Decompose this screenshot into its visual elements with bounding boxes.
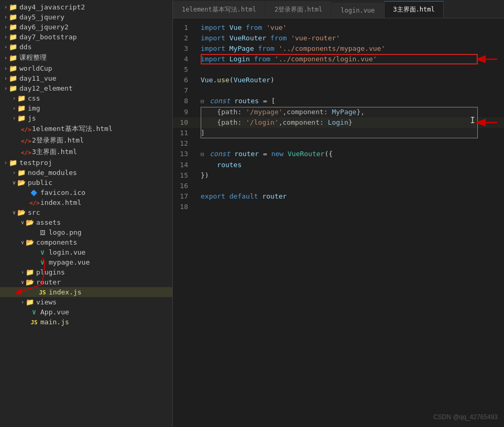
tree-item-worldCup[interactable]: ›📁worldCup [0,63,172,73]
fold-icon[interactable]: ⊟ [201,98,207,105]
code-line-10: 10 {path: '/login',component: Login} [173,117,504,128]
folder-icon: 📁 [25,298,35,306]
folder-icon: 📂 [25,278,35,286]
tree-item-label: day11_vue [19,74,56,82]
tree-item-day12[interactable]: ›📁day12_element [0,83,172,93]
file-icon: </> [21,125,30,133]
line-content: }) [196,170,504,181]
file-icon: 🔷 [29,189,39,196]
tree-item-day5[interactable]: ›📁day5_jquery [0,12,172,22]
tree-item-node_modules[interactable]: ›📁node_modules [0,168,172,178]
line-number: 10 [173,117,196,128]
line-number: 8 [173,96,196,107]
folder-icon: 📁 [8,33,18,41]
code-line-6: 6Vue.use(VueRouter) [173,75,504,85]
line-content [196,64,504,75]
tree-item-label: src [28,209,40,216]
tree-item-index_html[interactable]: </>index.html [0,198,172,207]
chevron-icon: › [13,105,16,111]
tree-item-components[interactable]: ∨📂components [0,237,172,247]
tree-item-day11[interactable]: ›📁day11_vue [0,73,172,83]
code-line-2: 2import VueRouter from 'vue-router' [173,33,504,43]
chevron-icon: › [4,14,7,20]
folder-icon: 📂 [17,179,26,187]
folder-icon: 📁 [8,159,18,167]
folder-icon: 📂 [17,209,26,216]
tree-item-testproj[interactable]: ›📁testproj [0,158,172,168]
tree-item-day7[interactable]: ›📁day7_bootstrap [0,32,172,42]
tree-item-css[interactable]: ›📁css [0,93,172,103]
tree-item-label: views [36,298,57,306]
tree-item-ke[interactable]: ›📁课程整理 [0,52,172,63]
tree-item-img[interactable]: ›📁img [0,103,172,113]
tree-item-mypage_vue[interactable]: Vmypage.vue [0,257,172,267]
tree-item-html3[interactable]: </>3主界面.html [0,146,172,158]
folder-icon: 📁 [8,84,18,92]
file-icon: V [38,258,47,266]
line-number: 7 [173,85,196,96]
code-line-11: 11] [173,128,504,138]
chevron-icon: › [4,4,7,10]
chevron-icon: › [4,44,7,50]
chevron-icon: › [4,65,7,71]
folder-icon: 📁 [8,13,18,21]
tree-item-dds[interactable]: ›📁dds [0,42,172,52]
tree-item-label: 课程整理 [19,53,47,62]
chevron-icon: › [21,269,24,275]
file-explorer: ›📁day4_javascript2›📁day5_jquery›📁day6_jq… [0,0,173,427]
tree-item-label: day4_javascript2 [19,3,85,11]
chevron-icon: › [21,299,24,305]
code-line-12: 12 [173,138,504,149]
file-icon: V [38,248,47,256]
tree-item-day4[interactable]: ›📁day4_javascript2 [0,2,172,12]
tab-tab1[interactable]: 1element基本写法.html [173,1,265,18]
tree-item-login_vue[interactable]: Vlogin.vue [0,247,172,257]
tree-item-html2[interactable]: </>2登录界面.html [0,135,172,146]
tree-item-label: components [36,238,77,246]
code-line-14: 14 routes [173,160,504,170]
tree-item-src[interactable]: ∨📂src [0,207,172,217]
code-line-1: 1import Vue from 'vue' [173,23,504,33]
line-content [196,138,504,149]
tree-item-label: 1element基本写法.html [32,124,113,134]
tab-tab2[interactable]: 2登录界面.html [266,1,331,18]
tree-item-index_js[interactable]: JSindex.js [0,287,172,297]
tree-item-app_vue[interactable]: VApp.vue [0,307,172,317]
chevron-icon: ∨ [21,239,24,245]
line-number: 1 [173,23,196,33]
code-line-9: 9 {path: '/mypage',component: MyPage}, [173,107,504,117]
tree-item-views[interactable]: ›📁views [0,297,172,307]
folder-icon: 📁 [17,94,26,102]
tree-item-label: index.js [49,288,82,296]
line-content: {path: '/mypage',component: MyPage}, [196,107,504,117]
code-line-15: 15}) [173,170,504,181]
chevron-icon: ∨ [13,180,16,185]
tree-item-assets[interactable]: ∨📂assets [0,217,172,227]
line-content: routes [196,160,504,170]
tree-item-main_js[interactable]: JSmain.js [0,317,172,327]
tree-item-public[interactable]: ∨📂public [0,178,172,188]
tree-item-html1[interactable]: </>1element基本写法.html [0,123,172,135]
file-icon: JS [38,288,47,296]
folder-icon: 📁 [17,169,26,177]
line-number: 18 [173,202,196,212]
tree-item-js[interactable]: ›📁js [0,113,172,123]
tab-tab3[interactable]: login.vue [332,3,384,18]
line-content [196,181,504,191]
tab-tab4[interactable]: 3主界面.html [384,1,443,18]
chevron-icon: › [4,55,7,61]
tree-item-logo_png[interactable]: 🖼logo.png [0,227,172,237]
line-content: import Login from '../components/login.v… [196,54,504,64]
fold-icon[interactable]: ⊟ [201,151,207,158]
line-content: Vue.use(VueRouter) [196,75,504,85]
code-line-5: 5 [173,64,504,75]
code-line-16: 16 [173,181,504,191]
tree-item-router[interactable]: ∨📂router [0,277,172,287]
folder-icon: 📁 [17,104,26,112]
tree-item-plugins[interactable]: ›📁plugins [0,267,172,277]
tree-item-label: 2登录界面.html [32,136,84,145]
watermark: CSDN @qq_42765493 [433,413,498,421]
tree-item-day6[interactable]: ›📁day6_jquery2 [0,22,172,32]
folder-icon: 📂 [25,238,35,246]
tree-item-favicon[interactable]: 🔷favicon.ico [0,188,172,198]
